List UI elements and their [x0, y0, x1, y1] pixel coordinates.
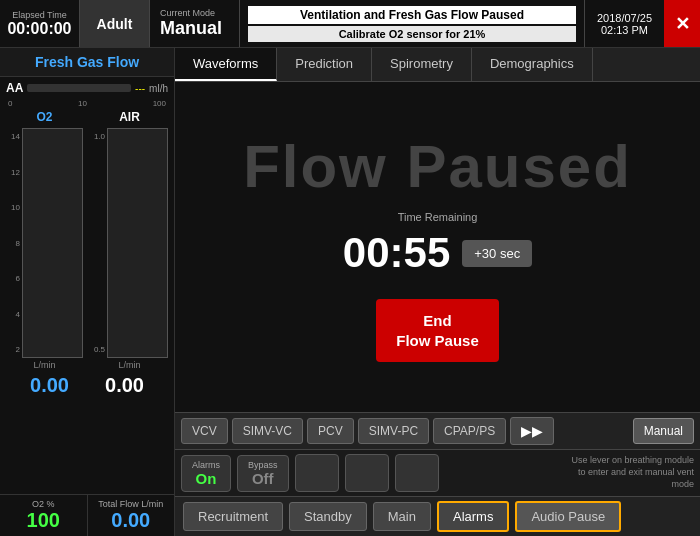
- vcv-button[interactable]: VCV: [181, 418, 228, 444]
- alert-primary: Ventilation and Fresh Gas Flow Paused: [248, 6, 576, 24]
- current-mode-value: Manual: [160, 18, 229, 39]
- air-header: AIR: [119, 110, 140, 124]
- main-layout: Fresh Gas Flow AA --- ml/h 0 10 100 O2: [0, 48, 700, 536]
- tab-spirometry[interactable]: Spirometry: [372, 48, 472, 81]
- audio-pause-button[interactable]: Audio Pause: [515, 501, 621, 532]
- total-flow-box: Total Flow L/min 0.00: [88, 495, 175, 536]
- aa-label: AA: [6, 81, 23, 95]
- tab-prediction[interactable]: Prediction: [277, 48, 372, 81]
- alarm-hint-text: Use lever on breathing module to enter a…: [564, 455, 694, 490]
- time-remaining-label: Time Remaining: [398, 211, 478, 223]
- scale-min: 0: [8, 99, 12, 108]
- scale-mid: 10: [78, 99, 87, 108]
- o2-unit: L/min: [33, 360, 55, 370]
- alarms-on-button[interactable]: Alarms On: [181, 455, 231, 492]
- simv-pc-button[interactable]: SIMV-PC: [358, 418, 429, 444]
- tabs-row: Waveforms Prediction Spirometry Demograp…: [175, 48, 700, 82]
- alert-secondary: Calibrate O2 sensor for 21%: [248, 26, 576, 42]
- o2-pct-box: O2 % 100: [0, 495, 88, 536]
- elapsed-label: Elapsed Time: [12, 10, 67, 20]
- recruitment-button[interactable]: Recruitment: [183, 502, 283, 531]
- header: Elapsed Time 00:00:00 Adult Current Mode…: [0, 0, 700, 48]
- alarm-gray-1[interactable]: [295, 454, 339, 492]
- close-icon: ✕: [675, 13, 690, 35]
- standby-button[interactable]: Standby: [289, 502, 367, 531]
- close-button[interactable]: ✕: [664, 0, 700, 47]
- air-unit: L/min: [118, 360, 140, 370]
- air-slider[interactable]: [107, 128, 168, 358]
- mode-section: Current Mode Manual: [150, 0, 240, 47]
- aa-row: AA --- ml/h: [6, 81, 168, 95]
- alarm-gray-2[interactable]: [345, 454, 389, 492]
- patient-type-button[interactable]: Adult: [80, 0, 150, 47]
- right-panel: Waveforms Prediction Spirometry Demograp…: [175, 48, 700, 536]
- flow-readout-row: 0.00 0.00: [6, 370, 168, 397]
- cpap-ps-button[interactable]: CPAP/PS: [433, 418, 506, 444]
- vent-mode-row: VCV SIMV-VC PCV SIMV-PC CPAP/PS ▶▶ Manua…: [175, 412, 700, 449]
- timer-value: 00:55: [343, 229, 450, 277]
- time-value: 02:13 PM: [601, 24, 648, 36]
- o2-flow-value: 0.00: [30, 374, 69, 397]
- alarms-bottom-button[interactable]: Alarms: [437, 501, 509, 532]
- aa-scale-row: 0 10 100: [6, 99, 168, 108]
- main-button[interactable]: Main: [373, 502, 431, 531]
- date-value: 2018/07/25: [597, 12, 652, 24]
- fresh-gas-flow-title: Fresh Gas Flow: [0, 48, 174, 77]
- o2-slider[interactable]: [22, 128, 83, 358]
- tab-waveforms[interactable]: Waveforms: [175, 48, 277, 81]
- end-flow-pause-button[interactable]: End Flow Pause: [376, 299, 499, 362]
- o2-column: O2 14 12 10 8 6 4 2: [6, 110, 83, 370]
- bypass-off-button[interactable]: Bypass Off: [237, 455, 289, 492]
- current-mode-label: Current Mode: [160, 8, 229, 18]
- datetime-display: 2018/07/25 02:13 PM: [584, 0, 664, 47]
- timer-row: 00:55 +30 sec: [343, 229, 532, 277]
- alerts-section: Ventilation and Fresh Gas Flow Paused Ca…: [240, 0, 584, 47]
- add-time-button[interactable]: +30 sec: [462, 240, 532, 267]
- elapsed-time-section: Elapsed Time 00:00:00: [0, 0, 80, 47]
- o2-header: O2: [36, 110, 52, 124]
- elapsed-value: 00:00:00: [7, 20, 71, 38]
- alarm-gray-3[interactable]: [395, 454, 439, 492]
- flow-paused-heading: Flow Paused: [243, 132, 632, 201]
- alarms-row: Alarms On Bypass Off Use lever on breath…: [175, 449, 700, 496]
- manual-button[interactable]: Manual: [633, 418, 694, 444]
- gas-columns: O2 14 12 10 8 6 4 2: [6, 110, 168, 370]
- air-column: AIR 1.0 0.5 L/min: [91, 110, 168, 370]
- left-panel: Fresh Gas Flow AA --- ml/h 0 10 100 O2: [0, 48, 175, 536]
- fast-forward-button[interactable]: ▶▶: [510, 417, 554, 445]
- scale-max: 100: [153, 99, 166, 108]
- pcv-button[interactable]: PCV: [307, 418, 354, 444]
- bottom-row: Recruitment Standby Main Alarms Audio Pa…: [175, 496, 700, 536]
- gas-flow-controls: AA --- ml/h 0 10 100 O2 14: [0, 77, 174, 490]
- simv-vc-button[interactable]: SIMV-VC: [232, 418, 303, 444]
- timer-section: Time Remaining 00:55 +30 sec End Flow Pa…: [343, 211, 532, 362]
- patient-type-label: Adult: [97, 16, 133, 32]
- air-flow-value: 0.00: [105, 374, 144, 397]
- waveform-area: Flow Paused Time Remaining 00:55 +30 sec…: [175, 82, 700, 412]
- aa-bar: [27, 84, 131, 92]
- bottom-readouts: O2 % 100 Total Flow L/min 0.00: [0, 494, 174, 536]
- tab-demographics[interactable]: Demographics: [472, 48, 593, 81]
- aa-unit: ml/h: [149, 83, 168, 94]
